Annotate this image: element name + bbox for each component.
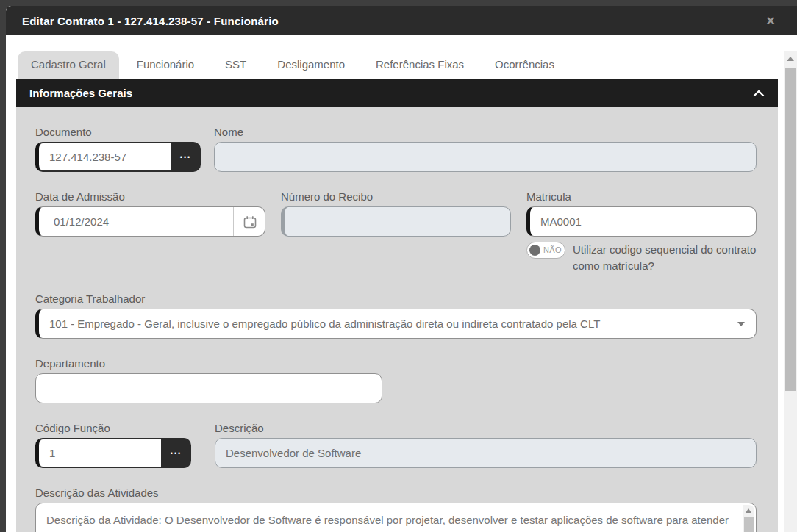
tab-cadastro-geral[interactable]: Cadastro Geral: [18, 51, 119, 79]
toggle-question-label: Utilizar codigo sequencial do contrato c…: [573, 242, 757, 274]
scroll-up-icon[interactable]: [787, 57, 794, 61]
data-admissao-input[interactable]: [35, 206, 265, 237]
nome-input: [214, 142, 757, 172]
descricao-atividades-label: Descrição das Atividades: [35, 486, 757, 499]
categoria-field-group: Categoria Trabalhador 101 - Empregado - …: [35, 292, 757, 339]
documento-lookup-button[interactable]: •••: [171, 142, 201, 172]
descricao-atividades-text: Descrição da Atividade: O Desenvolvedor …: [46, 510, 731, 532]
descricao-input: [215, 438, 757, 468]
documento-input[interactable]: [35, 142, 171, 172]
chevron-up-icon[interactable]: [753, 90, 765, 96]
data-admissao-field-group: Data de Admissão: [35, 190, 265, 237]
departamento-label: Departamento: [35, 357, 757, 370]
descricao-field-group: Descrição: [215, 422, 757, 468]
departamento-field-group: Departamento: [35, 357, 757, 403]
sequential-code-toggle-group: NÃO Utilizar codigo sequencial do contra…: [526, 242, 757, 274]
modal-title: Editar Contrato 1 - 127.414.238-57 - Fun…: [22, 15, 279, 27]
nome-label: Nome: [214, 126, 757, 138]
modal-titlebar: Editar Contrato 1 - 127.414.238-57 - Fun…: [6, 6, 797, 35]
descricao-atividades-textarea[interactable]: Descrição da Atividade: O Desenvolvedor …: [35, 503, 757, 532]
numero-recibo-field-group: Número do Recibo: [281, 190, 511, 237]
codigo-funcao-input[interactable]: [35, 438, 161, 468]
tab-ocorrencias[interactable]: Ocorrências: [482, 51, 568, 79]
sequential-code-toggle[interactable]: NÃO: [526, 242, 565, 259]
departamento-input[interactable]: [35, 373, 382, 403]
codigo-funcao-field-group: Código Função •••: [35, 422, 191, 468]
textarea-scroll-thumb[interactable]: [744, 517, 754, 532]
calendar-icon[interactable]: [233, 207, 265, 236]
tab-bar: Cadastro Geral Funcionário SST Desligame…: [18, 51, 797, 79]
section-header[interactable]: Informações Gerais: [16, 79, 778, 107]
textarea-scrollbar[interactable]: [743, 505, 754, 532]
descricao-atividades-field-group: Descrição das Atividades Descrição da At…: [35, 486, 757, 532]
edit-contract-modal: Editar Contrato 1 - 127.414.238-57 - Fun…: [6, 6, 797, 532]
scrollbar-thumb[interactable]: [785, 68, 796, 391]
modal-scrollbar[interactable]: [784, 51, 797, 532]
toggle-knob-icon: [529, 245, 540, 256]
categoria-label: Categoria Trabalhador: [35, 292, 757, 305]
close-icon[interactable]: ×: [766, 13, 781, 28]
matricula-label: Matricula: [526, 190, 757, 203]
modal-body: Cadastro Geral Funcionário SST Desligame…: [6, 51, 797, 532]
general-info-card: Informações Gerais Documento •••: [16, 79, 778, 532]
codigo-funcao-lookup-button[interactable]: •••: [161, 438, 191, 468]
data-admissao-label: Data de Admissão: [35, 190, 265, 203]
documento-field-group: Documento •••: [35, 126, 201, 172]
toggle-state-label: NÃO: [543, 245, 562, 254]
tab-desligamento[interactable]: Desligamento: [264, 51, 358, 79]
tab-sst[interactable]: SST: [212, 51, 260, 79]
textarea-scroll-up-icon[interactable]: [746, 508, 751, 513]
matricula-field-group: Matricula: [526, 190, 757, 237]
numero-recibo-input: [281, 206, 511, 237]
section-body: Documento ••• Nome Data de Admissão: [16, 107, 778, 532]
descricao-label: Descrição: [215, 422, 757, 434]
documento-label: Documento: [35, 126, 201, 138]
tab-referencias-fixas[interactable]: Referências Fixas: [362, 51, 477, 79]
numero-recibo-label: Número do Recibo: [281, 190, 511, 203]
categoria-select[interactable]: 101 - Empregado - Geral, inclusive o emp…: [35, 309, 757, 339]
tab-funcionario[interactable]: Funcionário: [124, 51, 207, 79]
codigo-funcao-label: Código Função: [35, 422, 191, 434]
section-title: Informações Gerais: [29, 87, 132, 99]
nome-field-group: Nome: [214, 126, 757, 172]
matricula-input[interactable]: [526, 206, 757, 237]
